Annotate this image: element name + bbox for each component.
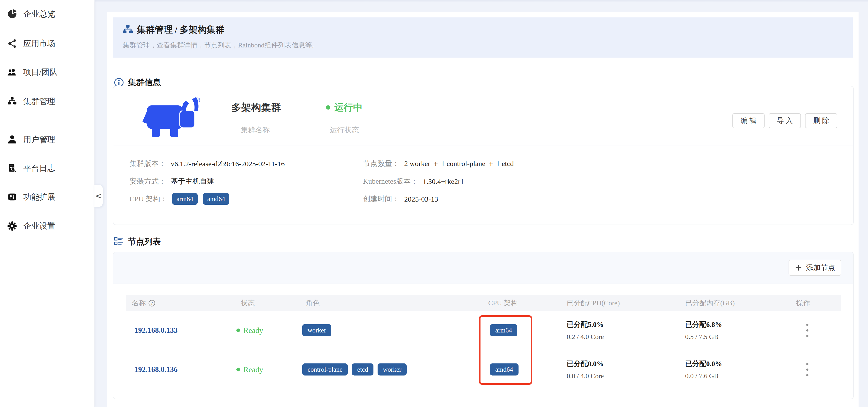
sliders-icon: [7, 192, 18, 202]
column-header-role: 角色: [306, 298, 320, 308]
edit-button[interactable]: 编 辑: [733, 113, 765, 128]
detail-value: 1.30.4+rke2r1: [423, 177, 464, 185]
plus-icon: +: [795, 263, 802, 272]
annotation-highlight-rectangle: [479, 315, 532, 385]
list-icon: [114, 237, 124, 247]
cluster-name: 多架构集群: [231, 101, 281, 114]
detail-label: CPU 架构：: [130, 194, 167, 204]
detail-value: 2025-03-13: [404, 195, 438, 203]
detail-label: Kubernetes版本：: [363, 176, 418, 186]
cluster-status-label: 运行状态: [330, 125, 359, 135]
sidebar-item-label: 应用市场: [23, 38, 55, 49]
breadcrumb: 集群管理 / 多架构集群: [137, 24, 224, 36]
sidebar-item-label: 集群管理: [23, 96, 55, 107]
column-header-status: 状态: [241, 298, 255, 308]
detail-label: 集群版本：: [130, 159, 166, 169]
column-header-actions: 操作: [796, 298, 810, 308]
cluster-status: 运行中: [326, 101, 363, 114]
sidebar-item-cluster-management[interactable]: 集群管理: [7, 93, 89, 109]
section-title-node-list: 节点列表: [114, 236, 161, 247]
detail-value: v6.1.2-release-d2b9c16-2025-02-11-16: [171, 160, 285, 168]
add-node-label: 添加节点: [806, 263, 835, 273]
app-root: 企业总览 应用市场 项目/团队 集群管理 用户管理: [0, 0, 868, 407]
sidebar-item-feature-extensions[interactable]: 功能扩展: [7, 189, 89, 205]
column-header-name: 名称 ?: [132, 298, 155, 308]
role-badge: control-plane: [302, 364, 348, 376]
chevron-left-icon: <: [95, 191, 102, 201]
detail-created-time: 创建时间： 2025-03-13: [363, 194, 438, 204]
column-header-cpu-alloc: 已分配CPU(Core): [567, 298, 620, 308]
role-badge: etcd: [352, 364, 373, 376]
sidebar-item-app-market[interactable]: 应用市场: [7, 36, 89, 52]
sidebar-item-label: 项目/团队: [23, 67, 57, 78]
cluster-name-label: 集群名称: [241, 125, 270, 135]
breadcrumb-banner: 集群管理 / 多架构集群 集群管理，查看集群详情，节点列表，Rainbond组件…: [113, 18, 853, 58]
pie-chart-icon: [7, 9, 18, 20]
column-header-mem-alloc: 已分配内存(GB): [685, 298, 735, 308]
sidebar-item-enterprise-settings[interactable]: 企业设置: [7, 218, 89, 234]
role-badge: worker: [302, 324, 331, 336]
detail-label: 安装方式：: [130, 176, 166, 186]
sidebar-collapse-button[interactable]: <: [94, 184, 103, 207]
node-table-header: 名称 ? 状态 角色 CPU 架构 已分配CPU(Core) 已分配内存(GB)…: [126, 295, 841, 311]
detail-k8s-version: Kubernetes版本： 1.30.4+rke2r1: [363, 176, 464, 186]
cluster-info-card: R 多架构集群 集群名称 运行中 运行状态 编 辑 导 入 删 除 集群版本： …: [113, 86, 854, 225]
user-icon: [7, 134, 18, 145]
trademark-symbol: R: [197, 99, 199, 102]
gear-icon: [7, 221, 18, 231]
row-actions-kebab-icon[interactable]: [802, 358, 812, 381]
detail-cluster-version: 集群版本： v6.1.2-release-d2b9c16-2025-02-11-…: [130, 159, 285, 169]
node-cpu-alloc: 已分配5.0% 0.2 / 4.0 Core: [567, 320, 604, 341]
detail-install-method: 安装方式： 基于主机自建: [130, 176, 214, 186]
arch-badge: amd64: [203, 193, 229, 205]
help-circle-icon[interactable]: ?: [148, 300, 155, 307]
sidebar: 企业总览 应用市场 项目/团队 集群管理 用户管理: [0, 0, 95, 407]
sidebar-item-label: 企业总览: [23, 9, 55, 20]
column-header-cpu-arch: CPU 架构: [488, 298, 518, 308]
node-mem-alloc: 已分配6.8% 0.5 / 7.5 GB: [685, 320, 722, 341]
detail-value: 基于主机自建: [171, 176, 214, 186]
page-description: 集群管理，查看集群详情，节点列表，Rainbond组件列表信息等。: [123, 41, 319, 50]
node-status: Ready: [237, 326, 263, 335]
import-button[interactable]: 导 入: [769, 113, 801, 128]
node-name-link[interactable]: 192.168.0.133: [134, 326, 178, 335]
team-icon: [7, 67, 18, 77]
sidebar-item-label: 企业设置: [23, 221, 55, 232]
status-dot-icon: [237, 329, 240, 332]
node-cpu-alloc: 已分配0.0% 0.0 / 4.0 Core: [567, 359, 604, 380]
add-node-button[interactable]: + 添加节点: [788, 260, 841, 276]
sidebar-item-platform-logs[interactable]: 平台日志: [7, 160, 89, 176]
detail-value: 2 worker ＋ 1 control-plane ＋ 1 etcd: [404, 159, 514, 169]
sidebar-item-user-management[interactable]: 用户管理: [7, 132, 89, 147]
node-roles: control-plane etcd worker: [302, 364, 407, 376]
detail-cpu-arch: CPU 架构： arm64 amd64: [130, 193, 229, 205]
role-badge: worker: [378, 364, 407, 376]
sidebar-item-label: 平台日志: [23, 163, 55, 174]
status-dot-icon: [326, 105, 330, 110]
divider: [113, 145, 853, 145]
node-name-link[interactable]: 192.168.0.136: [134, 365, 178, 374]
cluster-actions: 编 辑 导 入 删 除: [733, 113, 837, 128]
status-dot-icon: [237, 368, 240, 371]
section-title-text: 节点列表: [128, 236, 161, 247]
cluster-icon: [7, 96, 18, 107]
sidebar-item-enterprise-overview[interactable]: 企业总览: [7, 6, 89, 22]
delete-button[interactable]: 删 除: [805, 113, 837, 128]
node-list-toolbar: + 添加节点: [113, 252, 853, 284]
share-icon: [7, 38, 18, 49]
sidebar-item-label: 用户管理: [23, 134, 55, 145]
sidebar-item-projects-teams[interactable]: 项目/团队: [7, 64, 89, 80]
arch-badge: arm64: [172, 193, 197, 205]
detail-node-count: 节点数量： 2 worker ＋ 1 control-plane ＋ 1 etc…: [363, 159, 514, 169]
svg-text:?: ?: [151, 301, 153, 306]
rainbond-cluster-logo: R: [129, 95, 210, 140]
detail-label: 创建时间：: [363, 194, 399, 204]
node-status: Ready: [237, 365, 263, 374]
node-mem-alloc: 已分配0.0% 0.0 / 7.6 GB: [685, 359, 722, 380]
row-actions-kebab-icon[interactable]: [802, 319, 812, 342]
status-text: 运行中: [334, 101, 363, 114]
cluster-icon: [122, 24, 133, 35]
node-roles: worker: [302, 324, 331, 336]
log-search-icon: [7, 163, 18, 173]
detail-label: 节点数量：: [363, 159, 399, 169]
